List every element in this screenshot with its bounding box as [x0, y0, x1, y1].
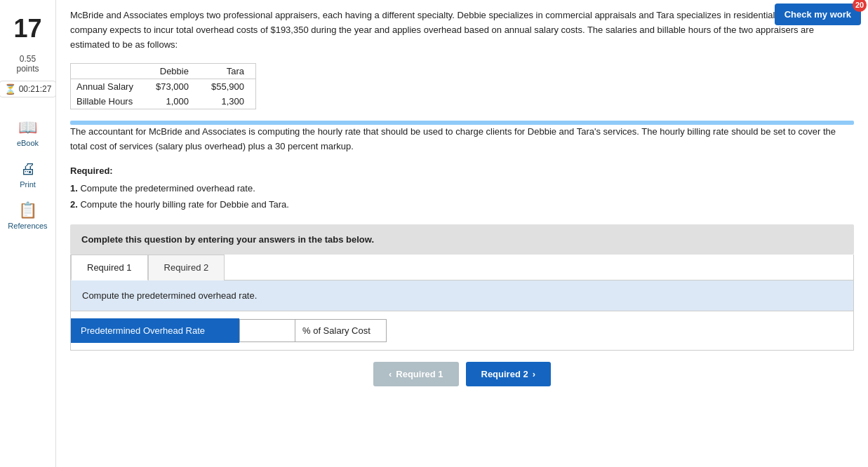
check-my-work-button[interactable]: Check my work 20 [775, 4, 861, 25]
row2-debbie: 1,000 [145, 94, 200, 109]
complete-box: Complete this question by entering your … [70, 224, 854, 255]
score-value: 0.55 [20, 54, 36, 64]
tab-required2-label: Required 2 [164, 262, 209, 273]
next-button[interactable]: Required 2 › [466, 362, 552, 386]
col-header-tara: Tara [200, 64, 256, 79]
sidebar-tools: 📖 eBook 🖨 Print 📋 References [0, 119, 55, 230]
print-icon: 🖨 [20, 160, 36, 178]
next-arrow-icon: › [533, 369, 535, 379]
input-row: Predetermined Overhead Rate % of Salary … [71, 311, 853, 350]
ebook-icon: 📖 [18, 119, 37, 137]
col-header-debbie: Debbie [145, 64, 200, 79]
tabs-area: Required 1 Required 2 Compute the predet… [70, 255, 854, 351]
references-icon: 📋 [18, 201, 37, 219]
row1-tara: $55,900 [200, 79, 256, 95]
tab-required2[interactable]: Required 2 [148, 255, 225, 280]
question-number: 17 [13, 7, 41, 54]
table-row: Billable Hours 1,000 1,300 [71, 94, 256, 109]
row1-debbie: $73,000 [145, 79, 200, 95]
main-content: McBride and Associates employs two profe… [56, 0, 868, 467]
required-label: Required: [70, 165, 854, 176]
references-label: References [8, 222, 47, 230]
data-table: Debbie Tara Annual Salary $73,000 $55,90… [70, 63, 256, 109]
required-item-2: 2. Compute the hourly billing rate for D… [70, 196, 854, 212]
complete-box-text: Complete this question by entering your … [81, 234, 374, 245]
ebook-label: eBook [17, 139, 39, 147]
required-item-2-text: Compute the hourly billing rate for Debb… [80, 199, 289, 210]
ebook-tool[interactable]: 📖 eBook [17, 119, 39, 147]
tab-required1[interactable]: Required 1 [71, 255, 148, 280]
table-row: Annual Salary $73,000 $55,900 [71, 79, 256, 95]
input-unit: % of Salary Cost [295, 319, 387, 342]
analysis-text: The accountant for McBride and Associate… [70, 125, 854, 154]
next-button-label: Required 2 [481, 369, 528, 379]
timer-value: 00:21:27 [19, 84, 52, 94]
item-num-2: 2. [70, 199, 78, 210]
problem-text: McBride and Associates employs two profe… [70, 8, 854, 52]
required-item-1: 1. Compute the predetermined overhead ra… [70, 180, 854, 196]
row2-tara: 1,300 [200, 94, 256, 109]
tab-content: Compute the predetermined overhead rate.… [71, 280, 853, 350]
timer-icon: ⏳ [4, 83, 16, 95]
prev-button[interactable]: ‹ Required 1 [373, 362, 459, 386]
sidebar: 17 0.55 points ⏳ 00:21:27 📖 eBook 🖨 Prin… [0, 0, 56, 467]
row2-label: Billable Hours [71, 94, 145, 109]
nav-buttons: ‹ Required 1 Required 2 › [70, 351, 854, 386]
row1-label: Annual Salary [71, 79, 145, 95]
col-header-empty [71, 64, 145, 79]
print-tool[interactable]: 🖨 Print [20, 160, 36, 189]
tab-required1-label: Required 1 [87, 262, 132, 273]
score-unit: points [16, 64, 39, 74]
print-label: Print [20, 180, 36, 189]
score-info: 0.55 points [16, 54, 39, 81]
required-list: 1. Compute the predetermined overhead ra… [70, 180, 854, 213]
required-section: Required: 1. Compute the predetermined o… [70, 165, 854, 213]
prev-button-label: Required 1 [396, 369, 443, 379]
tab-instruction-text: Compute the predetermined overhead rate. [82, 290, 257, 301]
prev-arrow-icon: ‹ [389, 369, 392, 379]
tabs-header: Required 1 Required 2 [71, 255, 853, 280]
overhead-rate-input[interactable] [239, 319, 295, 342]
tab-instruction: Compute the predetermined overhead rate. [71, 280, 853, 311]
input-label: Predetermined Overhead Rate [71, 318, 239, 343]
timer: ⏳ 00:21:27 [0, 81, 56, 97]
check-my-work-label: Check my work [784, 9, 851, 20]
references-tool[interactable]: 📋 References [8, 201, 47, 230]
required-item-1-text: Compute the predetermined overhead rate. [80, 183, 255, 194]
item-num-1: 1. [70, 183, 78, 194]
